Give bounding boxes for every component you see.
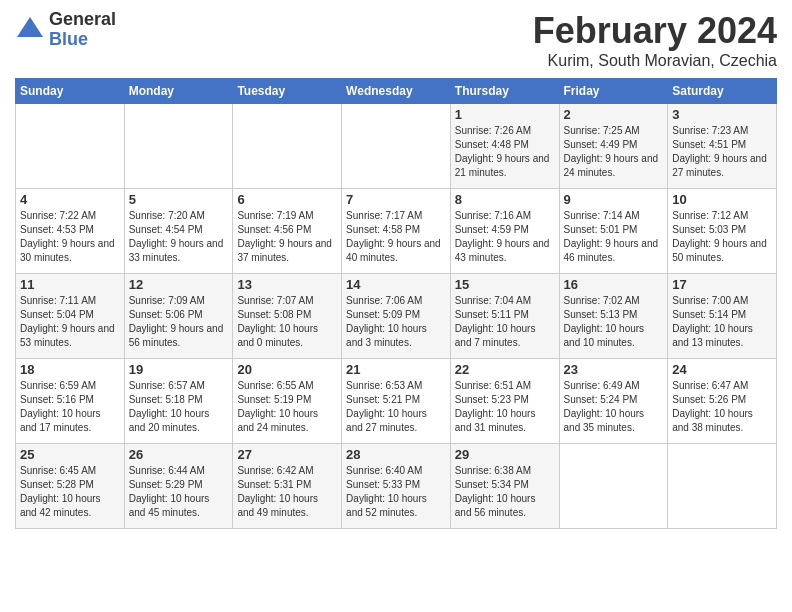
day-number: 4 (20, 192, 120, 207)
calendar-cell (342, 104, 451, 189)
cell-content: Sunrise: 7:09 AM Sunset: 5:06 PM Dayligh… (129, 294, 229, 350)
day-number: 27 (237, 447, 337, 462)
cell-content: Sunrise: 7:20 AM Sunset: 4:54 PM Dayligh… (129, 209, 229, 265)
cell-content: Sunrise: 6:55 AM Sunset: 5:19 PM Dayligh… (237, 379, 337, 435)
calendar-cell: 25Sunrise: 6:45 AM Sunset: 5:28 PM Dayli… (16, 444, 125, 529)
page-header: General Blue February 2024 Kurim, South … (15, 10, 777, 70)
day-header-sunday: Sunday (16, 79, 125, 104)
day-number: 17 (672, 277, 772, 292)
day-header-saturday: Saturday (668, 79, 777, 104)
calendar-week-row: 18Sunrise: 6:59 AM Sunset: 5:16 PM Dayli… (16, 359, 777, 444)
logo-icon (15, 15, 45, 45)
calendar-week-row: 4Sunrise: 7:22 AM Sunset: 4:53 PM Daylig… (16, 189, 777, 274)
calendar-cell: 18Sunrise: 6:59 AM Sunset: 5:16 PM Dayli… (16, 359, 125, 444)
cell-content: Sunrise: 7:16 AM Sunset: 4:59 PM Dayligh… (455, 209, 555, 265)
cell-content: Sunrise: 7:17 AM Sunset: 4:58 PM Dayligh… (346, 209, 446, 265)
calendar-week-row: 11Sunrise: 7:11 AM Sunset: 5:04 PM Dayli… (16, 274, 777, 359)
calendar-cell: 13Sunrise: 7:07 AM Sunset: 5:08 PM Dayli… (233, 274, 342, 359)
day-number: 15 (455, 277, 555, 292)
calendar-cell: 20Sunrise: 6:55 AM Sunset: 5:19 PM Dayli… (233, 359, 342, 444)
logo-general: General (49, 10, 116, 30)
day-header-friday: Friday (559, 79, 668, 104)
day-number: 28 (346, 447, 446, 462)
cell-content: Sunrise: 6:47 AM Sunset: 5:26 PM Dayligh… (672, 379, 772, 435)
calendar-cell: 3Sunrise: 7:23 AM Sunset: 4:51 PM Daylig… (668, 104, 777, 189)
day-header-thursday: Thursday (450, 79, 559, 104)
logo: General Blue (15, 10, 116, 50)
day-number: 13 (237, 277, 337, 292)
day-number: 29 (455, 447, 555, 462)
cell-content: Sunrise: 6:51 AM Sunset: 5:23 PM Dayligh… (455, 379, 555, 435)
calendar-cell: 29Sunrise: 6:38 AM Sunset: 5:34 PM Dayli… (450, 444, 559, 529)
day-number: 21 (346, 362, 446, 377)
cell-content: Sunrise: 7:02 AM Sunset: 5:13 PM Dayligh… (564, 294, 664, 350)
logo-text: General Blue (49, 10, 116, 50)
calendar-cell: 21Sunrise: 6:53 AM Sunset: 5:21 PM Dayli… (342, 359, 451, 444)
logo-blue: Blue (49, 30, 116, 50)
location-subtitle: Kurim, South Moravian, Czechia (533, 52, 777, 70)
cell-content: Sunrise: 6:59 AM Sunset: 5:16 PM Dayligh… (20, 379, 120, 435)
calendar-cell: 16Sunrise: 7:02 AM Sunset: 5:13 PM Dayli… (559, 274, 668, 359)
calendar-cell: 17Sunrise: 7:00 AM Sunset: 5:14 PM Dayli… (668, 274, 777, 359)
cell-content: Sunrise: 6:42 AM Sunset: 5:31 PM Dayligh… (237, 464, 337, 520)
calendar-cell (16, 104, 125, 189)
cell-content: Sunrise: 7:26 AM Sunset: 4:48 PM Dayligh… (455, 124, 555, 180)
day-number: 12 (129, 277, 229, 292)
calendar-week-row: 25Sunrise: 6:45 AM Sunset: 5:28 PM Dayli… (16, 444, 777, 529)
cell-content: Sunrise: 7:12 AM Sunset: 5:03 PM Dayligh… (672, 209, 772, 265)
calendar-cell (559, 444, 668, 529)
day-number: 14 (346, 277, 446, 292)
calendar-header-row: SundayMondayTuesdayWednesdayThursdayFrid… (16, 79, 777, 104)
calendar-cell: 23Sunrise: 6:49 AM Sunset: 5:24 PM Dayli… (559, 359, 668, 444)
cell-content: Sunrise: 7:14 AM Sunset: 5:01 PM Dayligh… (564, 209, 664, 265)
calendar-cell: 7Sunrise: 7:17 AM Sunset: 4:58 PM Daylig… (342, 189, 451, 274)
cell-content: Sunrise: 7:11 AM Sunset: 5:04 PM Dayligh… (20, 294, 120, 350)
calendar-table: SundayMondayTuesdayWednesdayThursdayFrid… (15, 78, 777, 529)
calendar-cell: 6Sunrise: 7:19 AM Sunset: 4:56 PM Daylig… (233, 189, 342, 274)
day-header-tuesday: Tuesday (233, 79, 342, 104)
day-number: 16 (564, 277, 664, 292)
cell-content: Sunrise: 7:07 AM Sunset: 5:08 PM Dayligh… (237, 294, 337, 350)
calendar-cell: 15Sunrise: 7:04 AM Sunset: 5:11 PM Dayli… (450, 274, 559, 359)
day-number: 3 (672, 107, 772, 122)
calendar-cell: 1Sunrise: 7:26 AM Sunset: 4:48 PM Daylig… (450, 104, 559, 189)
calendar-cell: 11Sunrise: 7:11 AM Sunset: 5:04 PM Dayli… (16, 274, 125, 359)
cell-content: Sunrise: 6:45 AM Sunset: 5:28 PM Dayligh… (20, 464, 120, 520)
cell-content: Sunrise: 7:22 AM Sunset: 4:53 PM Dayligh… (20, 209, 120, 265)
month-year-title: February 2024 (533, 10, 777, 52)
day-number: 20 (237, 362, 337, 377)
calendar-cell: 19Sunrise: 6:57 AM Sunset: 5:18 PM Dayli… (124, 359, 233, 444)
calendar-cell: 27Sunrise: 6:42 AM Sunset: 5:31 PM Dayli… (233, 444, 342, 529)
cell-content: Sunrise: 7:00 AM Sunset: 5:14 PM Dayligh… (672, 294, 772, 350)
cell-content: Sunrise: 7:25 AM Sunset: 4:49 PM Dayligh… (564, 124, 664, 180)
day-number: 2 (564, 107, 664, 122)
day-number: 1 (455, 107, 555, 122)
cell-content: Sunrise: 6:53 AM Sunset: 5:21 PM Dayligh… (346, 379, 446, 435)
calendar-cell: 5Sunrise: 7:20 AM Sunset: 4:54 PM Daylig… (124, 189, 233, 274)
day-number: 18 (20, 362, 120, 377)
day-number: 8 (455, 192, 555, 207)
cell-content: Sunrise: 6:57 AM Sunset: 5:18 PM Dayligh… (129, 379, 229, 435)
cell-content: Sunrise: 7:04 AM Sunset: 5:11 PM Dayligh… (455, 294, 555, 350)
day-number: 7 (346, 192, 446, 207)
calendar-cell: 22Sunrise: 6:51 AM Sunset: 5:23 PM Dayli… (450, 359, 559, 444)
day-number: 6 (237, 192, 337, 207)
calendar-week-row: 1Sunrise: 7:26 AM Sunset: 4:48 PM Daylig… (16, 104, 777, 189)
calendar-cell: 9Sunrise: 7:14 AM Sunset: 5:01 PM Daylig… (559, 189, 668, 274)
calendar-cell: 4Sunrise: 7:22 AM Sunset: 4:53 PM Daylig… (16, 189, 125, 274)
calendar-cell: 2Sunrise: 7:25 AM Sunset: 4:49 PM Daylig… (559, 104, 668, 189)
calendar-cell (124, 104, 233, 189)
calendar-cell: 14Sunrise: 7:06 AM Sunset: 5:09 PM Dayli… (342, 274, 451, 359)
calendar-cell: 26Sunrise: 6:44 AM Sunset: 5:29 PM Dayli… (124, 444, 233, 529)
cell-content: Sunrise: 6:49 AM Sunset: 5:24 PM Dayligh… (564, 379, 664, 435)
day-number: 22 (455, 362, 555, 377)
day-number: 23 (564, 362, 664, 377)
calendar-cell: 10Sunrise: 7:12 AM Sunset: 5:03 PM Dayli… (668, 189, 777, 274)
day-number: 10 (672, 192, 772, 207)
day-number: 25 (20, 447, 120, 462)
day-number: 9 (564, 192, 664, 207)
calendar-cell (668, 444, 777, 529)
day-header-monday: Monday (124, 79, 233, 104)
day-number: 5 (129, 192, 229, 207)
cell-content: Sunrise: 7:23 AM Sunset: 4:51 PM Dayligh… (672, 124, 772, 180)
